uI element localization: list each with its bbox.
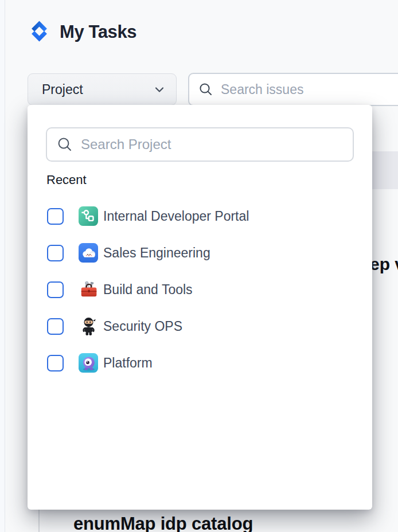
bg-partial-heading-bottom: enumMap idp catalog xyxy=(73,514,253,532)
search-issues-input[interactable] xyxy=(221,82,398,97)
search-icon xyxy=(198,82,213,97)
project-options-list: Internal Developer Portal xyxy=(46,198,354,381)
recent-section-label: Recent xyxy=(46,173,87,187)
checkbox[interactable] xyxy=(47,281,64,298)
project-option-platform[interactable]: Platform xyxy=(46,345,354,381)
search-project-field xyxy=(46,127,354,162)
search-icon xyxy=(57,136,73,152)
screen: ep v enumMap idp catalog My Tasks Projec… xyxy=(0,0,398,532)
project-filter-label: Project xyxy=(42,82,83,97)
checkbox[interactable] xyxy=(47,245,64,261)
checkbox[interactable] xyxy=(47,355,64,371)
project-option-label: Internal Developer Portal xyxy=(103,209,249,224)
project-filter-button[interactable]: Project xyxy=(28,73,177,105)
project-option-internal-developer-portal[interactable]: Internal Developer Portal xyxy=(46,198,354,234)
sidebar-edge xyxy=(0,0,5,532)
monster-icon xyxy=(79,353,98,373)
project-option-label: Security OPS xyxy=(103,319,182,334)
project-option-build-and-tools[interactable]: Build and Tools xyxy=(46,271,354,308)
checkbox[interactable] xyxy=(47,208,64,225)
project-option-label: Sales Engineering xyxy=(103,245,210,261)
ninja-icon xyxy=(79,316,98,336)
workflow-icon xyxy=(79,206,98,226)
project-option-label: Build and Tools xyxy=(103,282,193,298)
search-project-input[interactable] xyxy=(81,136,343,152)
bg-partial-heading-right: ep v xyxy=(370,255,398,274)
toolbox-icon xyxy=(79,280,98,299)
project-option-sales-engineering[interactable]: Sales Engineering xyxy=(46,234,354,271)
chevron-down-icon xyxy=(153,83,166,96)
project-option-security-ops[interactable]: Security OPS xyxy=(46,308,354,345)
search-issues-field xyxy=(188,73,398,106)
project-option-label: Platform xyxy=(103,355,153,371)
project-dropdown-panel: Recent xyxy=(28,105,372,510)
cloud-icon xyxy=(79,243,98,263)
checkbox[interactable] xyxy=(47,318,64,335)
jira-logo-icon xyxy=(26,18,52,44)
page-title: My Tasks xyxy=(60,22,136,42)
